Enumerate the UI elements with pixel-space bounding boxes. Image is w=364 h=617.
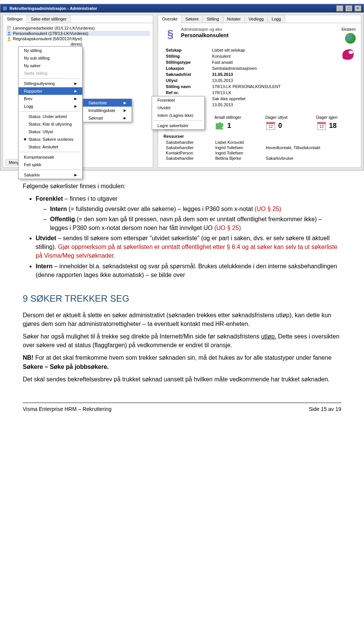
window-title: Rekrutteringsadministrasjon - Administra…	[9, 6, 334, 11]
bold-text: Intern	[36, 263, 52, 269]
list-item: Forenklet – finnes i to utgaver Intern (…	[36, 194, 341, 232]
bold-text: Offentlig	[50, 216, 75, 222]
body-text: (= den som kan gå til pressen, navn på d…	[50, 216, 322, 231]
chevron-right-icon: ▶	[124, 109, 126, 112]
footer-right: Side 15 av 19	[309, 405, 341, 413]
chevron-right-icon: ▶	[74, 82, 77, 85]
ctx-rapporter[interactable]: Rapporter▶	[19, 87, 82, 95]
document-body: Følgende søkerlister finnes i modulen: F…	[0, 182, 364, 428]
puzzle-icon	[214, 120, 225, 131]
body-text: For at det skal fremkomme hvem som trekk…	[33, 354, 331, 361]
ctx-label: Innstillingsliste	[88, 108, 115, 113]
rtab-logg[interactable]: Logg	[268, 15, 285, 23]
kv-row: Ref nr.178/13-LK	[164, 90, 335, 95]
ctx-label: Status: Avsluttet	[28, 145, 58, 149]
paragraph: NB! For at det skal fremkomme hvem som t…	[23, 353, 341, 371]
calendar-icon: 13	[316, 120, 327, 131]
paragraph-icon: §	[163, 27, 177, 41]
res-row: KontaktPersonIngrid Tollefsen	[164, 151, 355, 155]
red-text: Gjør oppmerksom på at søkerlisten er unn…	[36, 244, 337, 259]
globe-icon	[345, 33, 356, 44]
tree-item-label: Lønningsmedarbeider (81/L12-LK/Vurderes)	[13, 26, 94, 30]
tree-item[interactable]: Lønningsmedarbeider (81/L12-LK/Vurderes)	[6, 25, 150, 31]
tree-item-selected[interactable]: Personalkonsulent (178/13-LK/Vurderes)	[6, 31, 150, 36]
ctx-stillingsutlysning[interactable]: Stillingsutlysning▶	[19, 80, 82, 87]
sub-soknad[interactable]: Søknad▶	[83, 114, 132, 122]
rtab-notater[interactable]: Notater	[223, 15, 245, 23]
sub2-forenklet[interactable]: Forenklet	[152, 96, 204, 104]
rtab-sokere[interactable]: Søkere	[182, 15, 203, 23]
tab-soke-etter[interactable]: Søke etter stillinger	[27, 15, 71, 23]
rtab-stilling[interactable]: Stilling	[203, 15, 223, 23]
sub-innstilling[interactable]: Innstillingsliste▶	[83, 107, 132, 114]
ctx-label: Brev	[24, 96, 33, 101]
chevron-right-icon: ▶	[74, 97, 77, 101]
ctx-ny-soker[interactable]: Ny søker	[19, 62, 82, 69]
ctx-brev[interactable]: Brev▶	[19, 95, 82, 102]
ctx-kompetansesok[interactable]: Kompetansesøk	[19, 153, 82, 161]
rtab-vedlegg[interactable]: Vedlegg	[245, 15, 268, 23]
ctx-ny-stilling[interactable]: Ny stilling	[19, 47, 82, 54]
ctx-status-vurderes[interactable]: Status: Søkere vurderes	[19, 135, 82, 143]
ctx-logg[interactable]: Logg▶	[19, 102, 82, 110]
underline-text: utløp.	[261, 333, 276, 340]
svg-point-3	[8, 37, 10, 39]
chevron-right-icon: ▶	[124, 116, 126, 120]
kv-row: Utlyst13.05.2013	[164, 78, 335, 83]
sub2-utvidet[interactable]: Utvidet	[152, 104, 204, 112]
bold-text: Utvidet	[36, 235, 56, 241]
kv-row: LokasjonSentraladministrasjonen	[164, 66, 335, 71]
page-footer: Visma Enterprise HRM – Rekruttering Side…	[23, 403, 341, 413]
bullet-list: Forenklet – finnes i to utgaver Intern (…	[23, 194, 341, 279]
svg-rect-8	[267, 122, 275, 124]
svg-point-2	[8, 32, 10, 34]
ctx-label: Status: Søkere vurderes	[28, 137, 74, 142]
submenu-sokerliste: Forenklet Utvidet Intern (Lagres ikke) L…	[152, 96, 205, 130]
tree-item-label: deres)	[71, 42, 82, 46]
ressurser-header: Ressurser	[163, 134, 356, 139]
person-icon	[7, 31, 11, 36]
ctx-status-utlyst[interactable]: Status: Utlyst	[19, 128, 82, 135]
bold-text: Intern	[50, 206, 67, 212]
svg-rect-0	[3, 6, 7, 10]
chevron-right-icon: ▶	[74, 89, 77, 93]
res-row: SaksbehandlerIngrid TollefsenHovedkontak…	[164, 145, 355, 150]
rtab-oversikt[interactable]: Oversikt	[158, 15, 181, 23]
ctx-slette[interactable]: Slette stilling	[19, 69, 82, 77]
close-button[interactable]: ✕	[355, 5, 361, 11]
ctx-status-avsluttet[interactable]: Status: Avsluttet	[19, 143, 82, 151]
tree-item-partial[interactable]: deres)	[6, 41, 150, 47]
sub2-lagre[interactable]: Lagre søkerlister	[152, 122, 204, 129]
tab-stillinger[interactable]: Stillinger	[3, 15, 27, 23]
maximize-button[interactable]: ▢	[345, 5, 352, 11]
tree-item[interactable]: Regnskapskonsulent (58/2012/Utlyst)	[6, 36, 150, 41]
window-titlebar: Rekrutteringsadministrasjon - Administra…	[0, 4, 364, 13]
ctx-ny-sub[interactable]: Ny sub stilling	[19, 54, 82, 62]
list-item: Intern – inneholder bl.a. søknadstekst o…	[36, 262, 341, 279]
ctx-sakarkiv[interactable]: Sakarkiv▶	[19, 171, 82, 179]
sub-sokerliste[interactable]: Søkerliste▶	[83, 99, 132, 107]
minimize-button[interactable]: _	[336, 5, 343, 11]
stat-stillinger: Antall stillinger 1	[214, 115, 254, 131]
sub2-intern[interactable]: Intern (Lagres ikke)	[152, 112, 204, 119]
ctx-status-under[interactable]: Status: Under arbeid	[19, 113, 82, 120]
admin-label: Administrasjon og øko	[181, 27, 337, 31]
svg-rect-11	[317, 122, 326, 124]
bold-text: Søkere – Søke på jobbsøkere.	[23, 364, 109, 370]
paragraph: Dersom det er aktuelt å slette en søker …	[23, 311, 341, 328]
tree-item-label: Personalkonsulent (178/13-LK/Vurderes)	[13, 31, 88, 36]
ctx-feilsjekk[interactable]: Feil sjekk	[19, 161, 82, 168]
red-text: (UO § 25)	[254, 206, 281, 212]
position-title: Personalkonsulent	[181, 32, 337, 38]
svg-text:12: 12	[268, 124, 273, 129]
list-item: Intern (= fullstendig oversikt over alle…	[43, 205, 341, 213]
tree-item-label: Regnskapskonsulent (58/2012/Utlyst)	[13, 36, 82, 41]
bold-text: NB!	[23, 354, 33, 361]
list-item: Offentlig (= den som kan gå til pressen,…	[43, 215, 341, 232]
ctx-label: Status: Klar til utlysning	[28, 122, 72, 126]
ctx-label: Sakarkiv	[24, 173, 40, 177]
ctx-status-klar[interactable]: Status: Klar til utlysning	[19, 120, 82, 128]
chevron-right-icon: ▶	[124, 101, 126, 105]
svg-point-4	[348, 50, 353, 54]
bullet-icon	[24, 138, 26, 140]
